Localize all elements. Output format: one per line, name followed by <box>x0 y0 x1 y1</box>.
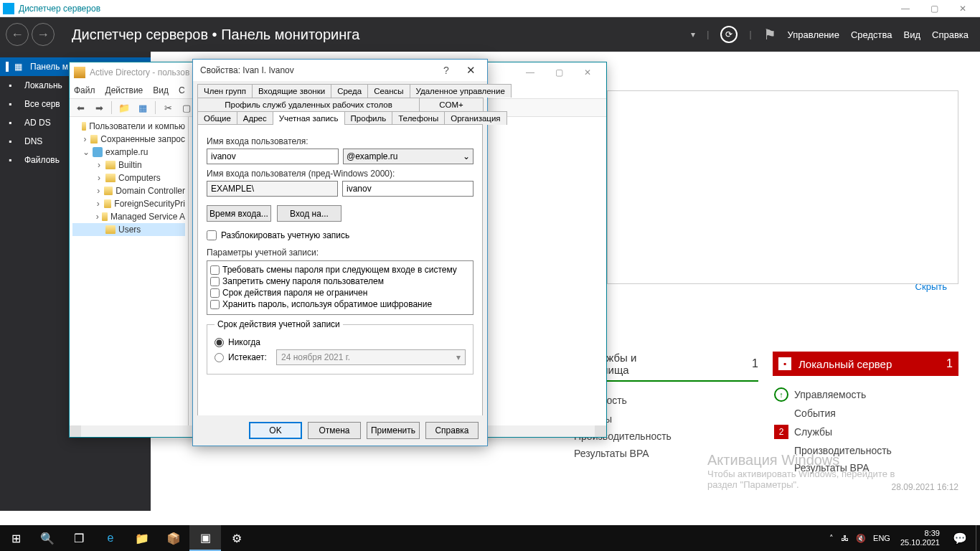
search-icon[interactable]: 🔍 <box>32 525 63 551</box>
menu-more[interactable]: С <box>179 85 185 95</box>
nav-forward-button[interactable]: → <box>32 23 55 46</box>
refresh-icon[interactable]: ⟳ <box>720 26 738 43</box>
tab-general[interactable]: Общие <box>197 111 237 125</box>
expiry-date-radio[interactable]: Истекает: <box>215 352 269 362</box>
tab-com[interactable]: COM+ <box>419 98 484 111</box>
sound-icon[interactable]: 🔇 <box>856 534 866 543</box>
options-title: Параметры учетной записи: <box>207 248 473 258</box>
tab-remote[interactable]: Удаленное управление <box>410 84 512 98</box>
dns-icon: ▪ <box>9 136 19 146</box>
expiry-date-picker[interactable]: 24 ноября 2021 г.▾ <box>276 349 466 365</box>
menu-tools[interactable]: Средства <box>851 29 892 40</box>
tree-node[interactable]: ›Computers <box>72 171 185 184</box>
tree-saved[interactable]: ›Сохраненные запрос <box>72 133 185 146</box>
logon-hours-button[interactable]: Время входа... <box>207 205 271 222</box>
file-icon: ▪ <box>9 155 19 165</box>
option-reversible[interactable]: Хранить пароль, используя обратимое шифр… <box>210 298 470 310</box>
tab-profile[interactable]: Профиль <box>344 111 393 125</box>
tab-phones[interactable]: Телефоны <box>392 111 445 125</box>
tab-account[interactable]: Учетная запись <box>273 111 345 125</box>
menu-view[interactable]: Вид <box>153 85 169 95</box>
tile-row[interactable]: Результаты BPA <box>573 445 758 462</box>
cut-icon[interactable]: ✂ <box>160 100 176 115</box>
network-icon[interactable]: 🖧 <box>841 534 849 542</box>
app-icon[interactable]: 📦 <box>158 525 189 551</box>
tab-rds-profile[interactable]: Профиль служб удаленных рабочих столов <box>197 98 420 111</box>
settings-icon[interactable]: ⚙ <box>221 525 253 551</box>
cancel-button[interactable]: Отмена <box>308 422 361 439</box>
tile-row[interactable]: 2Службы <box>773 422 958 442</box>
tab-environment[interactable]: Среда <box>331 84 368 98</box>
tab-org[interactable]: Организация <box>444 111 507 125</box>
clock[interactable]: 8:39 25.10.2021 <box>896 529 944 547</box>
dialog-footer: OK Отмена Применить Справка <box>193 415 487 446</box>
tab-sessions[interactable]: Сеансы <box>367 84 410 98</box>
tree-node[interactable]: ›Builtin <box>72 159 185 171</box>
close-button[interactable]: ✕ <box>458 64 483 77</box>
app-titlebar: Диспетчер серверов — ▢ ✕ <box>0 0 980 17</box>
minimize-button[interactable]: — <box>891 1 920 17</box>
account-options-list[interactable]: Требовать смены пароля при следующем вхо… <box>207 260 473 315</box>
nav-back-button[interactable]: ← <box>6 23 29 46</box>
server-manager-taskbar-icon[interactable]: ▣ <box>189 525 221 551</box>
ie-icon[interactable]: e <box>95 525 126 551</box>
tile-row[interactable]: Производительность <box>773 442 958 459</box>
logon-to-button[interactable]: Вход на... <box>277 205 341 222</box>
tab-address[interactable]: Адрес <box>237 111 273 125</box>
forward-icon[interactable]: ➡ <box>91 100 107 115</box>
back-icon[interactable]: ⬅ <box>72 100 88 115</box>
show-desktop[interactable] <box>976 525 980 551</box>
tree-node[interactable]: ›Domain Controller <box>72 184 185 197</box>
upn-domain-select[interactable]: @example.ru⌄ <box>343 149 473 164</box>
sam-input[interactable] <box>342 181 473 197</box>
server-manager-icon <box>3 3 14 14</box>
upn-input[interactable] <box>207 149 339 164</box>
folder-up-icon[interactable]: 📁 <box>116 100 132 115</box>
help-button[interactable]: ? <box>434 65 458 76</box>
maximize-button[interactable]: ▢ <box>545 64 573 81</box>
notifications-icon[interactable]: 💬 <box>944 525 976 551</box>
tree-node-users[interactable]: Users <box>72 223 185 236</box>
chevron-up-icon[interactable]: ˄ <box>829 534 834 543</box>
unlock-checkbox[interactable]: Разблокировать учетную запись <box>207 230 473 240</box>
close-button[interactable]: ✕ <box>573 64 602 81</box>
alert-badge: 2 <box>774 425 788 439</box>
tree-root[interactable]: Пользователи и компью <box>72 120 185 133</box>
lang-indicator[interactable]: ENG <box>873 534 890 542</box>
menu-help[interactable]: Справка <box>932 29 969 40</box>
tile-row[interactable]: События <box>773 405 958 422</box>
expiry-never-radio[interactable]: Никогда <box>215 337 466 347</box>
menu-action[interactable]: Действие <box>105 85 143 95</box>
taskview-icon[interactable]: ❐ <box>63 525 95 551</box>
flag-icon[interactable]: ⚑ <box>763 26 776 43</box>
menu-view[interactable]: Вид <box>903 29 920 40</box>
minimize-button[interactable]: — <box>516 64 545 81</box>
apply-button[interactable]: Применить <box>367 422 420 439</box>
dropdown-icon[interactable]: ▾ <box>691 29 695 39</box>
menu-file[interactable]: Файл <box>74 85 95 95</box>
servers-icon: ▪ <box>9 99 19 109</box>
tile-row[interactable]: Результаты BPA <box>773 459 958 476</box>
start-button[interactable]: ⊞ <box>0 525 32 551</box>
system-tray[interactable]: ˄ 🖧 🔇 ENG <box>824 534 896 543</box>
tile-header[interactable]: ▪ Локальный сервер 1 <box>773 352 958 376</box>
option-no-change[interactable]: Запретить смену пароля пользователем <box>210 276 470 287</box>
sam-domain-input <box>207 181 338 197</box>
tile-row[interactable]: ↑Управляемость <box>773 385 958 405</box>
explorer-icon[interactable]: 📁 <box>126 525 158 551</box>
menu-manage[interactable]: Управление <box>788 29 839 40</box>
option-change-pw[interactable]: Требовать смены пароля при следующем вхо… <box>210 264 470 276</box>
tree-domain[interactable]: ⌄example.ru <box>72 146 185 159</box>
tree-node[interactable]: ›Managed Service A <box>72 210 185 223</box>
help-button[interactable]: Справка <box>425 422 479 439</box>
tab-member-of[interactable]: Член групп <box>197 84 253 98</box>
option-never-expire[interactable]: Срок действия пароля не ограничен <box>210 287 470 298</box>
close-button[interactable]: ✕ <box>948 1 977 17</box>
sam-label: Имя входа пользователя (пред-Windows 200… <box>207 169 473 179</box>
tree-node[interactable]: ›ForeignSecurityPri <box>72 197 185 210</box>
aduc-tree[interactable]: Пользователи и компью ›Сохраненные запро… <box>70 117 189 425</box>
tab-dial-in[interactable]: Входящие звонки <box>252 84 331 98</box>
maximize-button[interactable]: ▢ <box>920 1 948 17</box>
ok-button[interactable]: OK <box>249 422 302 439</box>
list-icon[interactable]: ▦ <box>135 100 151 115</box>
